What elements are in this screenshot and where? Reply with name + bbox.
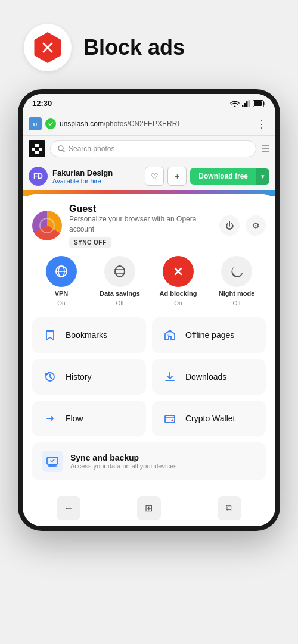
download-arrow-button[interactable]: ▾ <box>256 168 269 185</box>
svg-rect-6 <box>249 100 250 107</box>
profile-hire: Available for hire <box>52 177 113 185</box>
opera-panel: Guest Personalize your browser with an O… <box>23 194 275 490</box>
profile-name: Fakurian Design <box>52 168 113 177</box>
vpn-label: VPN <box>55 290 69 297</box>
user-description: Personalize your browser with an Opera a… <box>69 214 212 235</box>
browser-address-bar: U unsplash.com/photos/CN2FEPXERRI ⋮ <box>23 112 275 136</box>
search-icon <box>58 145 65 152</box>
sync-backup-row[interactable]: Sync and backup Access your data on all … <box>32 442 266 480</box>
svg-line-12 <box>63 151 65 152</box>
phone-screen: 12:30 <box>23 94 275 526</box>
bottom-menu-btn[interactable]: ⊞ <box>137 496 161 520</box>
menu-bookmarks[interactable]: Bookmarks <box>32 317 146 353</box>
svg-rect-5 <box>246 101 248 107</box>
more-options-icon[interactable]: ⋮ <box>254 116 269 132</box>
menu-downloads[interactable]: Downloads <box>152 359 266 395</box>
block-ads-hexagon <box>32 32 63 63</box>
sync-backup-description: Access your data on all your devices <box>70 462 177 470</box>
url-path: /photos/CN2FEPXERRI <box>104 120 179 128</box>
power-button[interactable]: ⏻ <box>219 215 240 236</box>
profile-avatar: FD <box>29 167 48 186</box>
adblock-status: On <box>174 300 182 307</box>
features-row: VPN On Data savings Off <box>32 256 266 307</box>
profile-section: FD Fakurian Design Available for hire ♡ … <box>23 162 275 190</box>
history-icon <box>42 368 58 385</box>
history-label: History <box>66 372 92 382</box>
adblock-icon <box>163 256 194 287</box>
bottom-tabs-btn[interactable]: ⧉ <box>218 496 241 520</box>
menu-flow[interactable]: Flow <box>32 401 146 436</box>
status-time: 12:30 <box>32 99 52 108</box>
user-info: Guest Personalize your browser with an O… <box>69 204 212 248</box>
data-savings-icon <box>104 256 135 287</box>
search-input[interactable]: Search photos <box>50 140 256 157</box>
block-ads-icon-wrapper <box>24 24 72 71</box>
bookmarks-label: Bookmarks <box>66 330 107 340</box>
bottom-bar: ← ⊞ ⧉ <box>23 490 275 526</box>
downloads-label: Downloads <box>185 372 226 382</box>
feature-night-mode[interactable]: Night mode Off <box>215 256 259 307</box>
data-savings-label: Data savings <box>100 290 140 297</box>
add-button[interactable]: + <box>167 167 187 186</box>
data-savings-status: Off <box>116 300 123 307</box>
svg-rect-8 <box>254 101 262 106</box>
night-mode-icon <box>221 256 252 287</box>
sync-backup-info: Sync and backup Access your data on all … <box>70 453 177 470</box>
status-icons <box>230 100 266 107</box>
status-bar: 12:30 <box>23 94 275 112</box>
phone-frame: 12:30 <box>18 89 280 531</box>
signal-icon <box>242 100 250 107</box>
downloads-icon <box>162 368 178 385</box>
sync-backup-icon <box>42 451 63 472</box>
night-mode-label: Night mode <box>219 290 255 297</box>
svg-rect-3 <box>242 105 244 107</box>
settings-button[interactable]: ⚙ <box>246 215 266 236</box>
user-controls: ⏻ ⚙ <box>219 215 266 236</box>
feature-data-savings[interactable]: Data savings Off <box>98 256 142 307</box>
svg-point-24 <box>172 419 173 421</box>
browser-favicon: U <box>29 117 42 130</box>
svg-point-11 <box>58 146 63 151</box>
svg-text:U: U <box>33 121 38 127</box>
svg-point-2 <box>234 105 236 107</box>
hamburger-icon[interactable]: ☰ <box>261 143 269 155</box>
menu-grid: Bookmarks Offline pages <box>32 317 266 436</box>
feature-vpn[interactable]: VPN On <box>39 256 84 307</box>
bookmarks-icon <box>42 327 58 343</box>
url-bar[interactable]: unsplash.com/photos/CN2FEPXERRI <box>60 120 250 128</box>
menu-crypto-wallet[interactable]: Crypto Wallet <box>152 401 266 436</box>
flow-icon <box>42 410 58 427</box>
unsplash-header: Search photos ☰ <box>23 136 275 162</box>
secure-icon <box>45 118 56 129</box>
profile-details: Fakurian Design Available for hire <box>52 168 113 185</box>
flow-label: Flow <box>66 414 83 423</box>
sync-badge[interactable]: SYNC OFF <box>69 237 111 248</box>
svg-rect-4 <box>244 103 246 107</box>
vpn-icon <box>46 256 77 287</box>
night-mode-status: Off <box>232 300 240 307</box>
adblock-label: Ad blocking <box>160 290 197 297</box>
wifi-icon <box>230 100 240 107</box>
header-section: Block ads <box>0 0 298 83</box>
crypto-wallet-icon <box>162 410 178 427</box>
profile-actions: ♡ + Download free ▾ <box>145 167 269 186</box>
sync-backup-title: Sync and backup <box>70 453 177 462</box>
search-placeholder: Search photos <box>69 145 114 153</box>
svg-point-13 <box>40 218 54 233</box>
url-domain: unsplash.com <box>60 120 104 128</box>
feature-ad-blocking[interactable]: Ad blocking On <box>156 256 201 307</box>
like-button[interactable]: ♡ <box>145 167 164 186</box>
bottom-back-btn[interactable]: ← <box>57 496 80 520</box>
unsplash-logo <box>29 140 45 157</box>
battery-icon <box>253 100 266 107</box>
offline-pages-label: Offline pages <box>185 330 234 340</box>
profile-info: FD Fakurian Design Available for hire <box>29 167 113 186</box>
download-wrapper: Download free ▾ <box>190 167 269 186</box>
menu-offline-pages[interactable]: Offline pages <box>152 317 266 353</box>
vpn-status: On <box>57 300 65 307</box>
download-free-button[interactable]: Download free <box>190 168 256 185</box>
user-name: Guest <box>69 204 212 214</box>
menu-history[interactable]: History <box>32 359 146 395</box>
offline-pages-icon <box>162 327 178 343</box>
opera-avatar <box>32 211 62 240</box>
